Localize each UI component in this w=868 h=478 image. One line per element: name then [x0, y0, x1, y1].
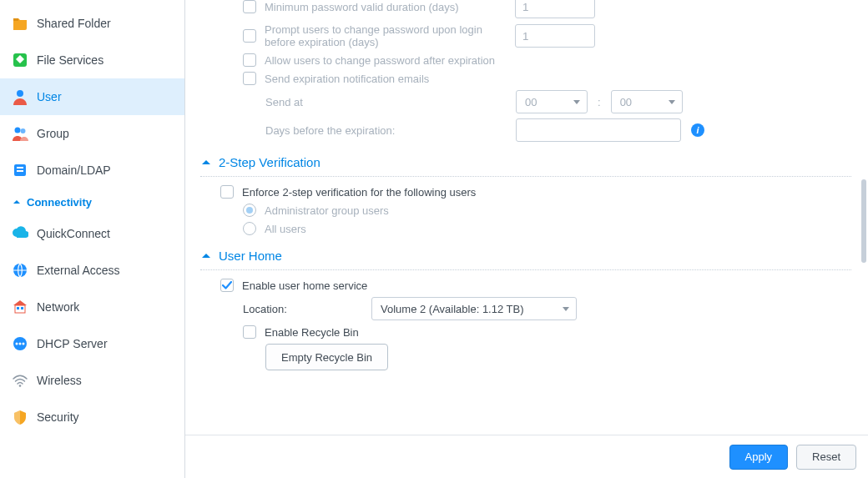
two-step-all-row: All users [243, 222, 851, 235]
chevron-up-icon [200, 250, 212, 262]
min-valid-input[interactable] [515, 0, 595, 18]
quickconnect-icon [12, 225, 28, 242]
chevron-up-icon [200, 157, 212, 169]
svg-point-2 [17, 90, 23, 97]
sidebar-item-label: Domain/LDAP [37, 164, 111, 177]
empty-recycle-button[interactable]: Empty Recycle Bin [265, 344, 388, 370]
send-emails-label: Send expiration notification emails [265, 73, 429, 85]
file-services-icon [12, 52, 28, 68]
sidebar-section-connectivity[interactable]: Connectivity [0, 189, 184, 215]
min-valid-checkbox[interactable] [243, 0, 256, 13]
external-access-icon [12, 262, 28, 279]
chevron-down-icon [563, 307, 569, 311]
svg-point-15 [23, 343, 25, 345]
user-home-title: User Home [219, 249, 282, 263]
svg-rect-9 [15, 305, 25, 313]
two-step-all-radio[interactable] [243, 222, 256, 235]
sidebar-item-shared-folder[interactable]: Shared Folder [0, 5, 184, 42]
enforce-two-step-row: Enforce 2-step verification for the foll… [220, 185, 851, 199]
enable-recycle-label: Enable Recycle Bin [265, 326, 359, 339]
svg-point-13 [16, 343, 18, 345]
apply-button[interactable]: Apply [729, 445, 789, 470]
section-divider [200, 176, 851, 177]
prompt-change-label: Prompt users to change password upon log… [265, 23, 515, 48]
location-label: Location: [243, 303, 371, 315]
user-home-section-header[interactable]: User Home [200, 249, 851, 263]
svg-point-3 [15, 128, 21, 133]
domain-ldap-icon [12, 162, 28, 179]
shared-folder-icon [12, 15, 28, 32]
info-icon[interactable]: i [691, 123, 704, 137]
sidebar: Shared Folder File Services User Group D… [0, 0, 185, 478]
svg-rect-11 [21, 307, 23, 309]
days-before-label: Days before the expiration: [265, 124, 516, 137]
sidebar-item-wireless[interactable]: Wireless [0, 362, 184, 399]
two-step-title: 2-Step Verification [219, 155, 320, 169]
sidebar-section-label: Connectivity [27, 196, 92, 209]
dhcp-server-icon [12, 335, 28, 352]
prompt-change-input[interactable] [515, 24, 595, 48]
svg-point-4 [21, 128, 26, 133]
enable-user-home-checkbox[interactable] [220, 279, 234, 292]
sidebar-item-label: Security [37, 410, 79, 424]
two-step-section-header[interactable]: 2-Step Verification [200, 155, 851, 169]
sidebar-item-dhcp-server[interactable]: DHCP Server [0, 325, 184, 362]
two-step-admin-row: Administrator group users [243, 204, 851, 217]
sidebar-item-external-access[interactable]: External Access [0, 252, 184, 289]
days-before-row: Days before the expiration: i [265, 118, 851, 142]
allow-after-checkbox[interactable] [243, 53, 256, 67]
send-at-hour-dropdown[interactable]: 00 [516, 90, 588, 113]
enforce-two-step-label: Enforce 2-step verification for the foll… [242, 186, 476, 199]
reset-button[interactable]: Reset [796, 445, 856, 470]
sidebar-item-security[interactable]: Security [0, 399, 184, 435]
wireless-icon [12, 372, 28, 389]
svg-point-14 [19, 343, 22, 345]
sidebar-item-domain-ldap[interactable]: Domain/LDAP [0, 152, 184, 189]
sidebar-item-user[interactable]: User [0, 78, 184, 115]
chevron-down-icon [669, 100, 675, 104]
two-step-admin-radio[interactable] [243, 204, 256, 217]
sidebar-item-network[interactable]: Network [0, 289, 184, 325]
send-emails-row: Send expiration notification emails [243, 72, 851, 85]
sidebar-item-label: Wireless [37, 374, 82, 387]
enable-recycle-row: Enable Recycle Bin [243, 325, 851, 339]
svg-rect-10 [17, 307, 19, 309]
location-dropdown[interactable]: Volume 2 (Available: 1.12 TB) [371, 297, 577, 320]
shield-icon [12, 409, 28, 425]
chevron-up-icon [12, 197, 22, 207]
min-valid-label: Minimum password valid duration (days) [265, 1, 515, 13]
send-at-minute-dropdown[interactable]: 00 [611, 90, 683, 113]
settings-scroll-area: Minimum password valid duration (days) P… [185, 0, 868, 435]
send-at-hour-value: 00 [525, 96, 537, 108]
scrollbar-thumb[interactable] [861, 179, 866, 263]
scrollbar-track[interactable] [861, 158, 866, 409]
allow-after-row: Allow users to change password after exp… [243, 53, 851, 67]
enforce-two-step-checkbox[interactable] [220, 185, 234, 199]
main-panel: Minimum password valid duration (days) P… [185, 0, 868, 478]
days-before-input[interactable] [516, 118, 681, 142]
allow-after-label: Allow users to change password after exp… [265, 54, 495, 67]
send-emails-checkbox[interactable] [243, 72, 256, 85]
enable-user-home-label: Enable user home service [242, 279, 367, 292]
two-step-all-label: All users [265, 223, 306, 235]
svg-rect-6 [17, 167, 23, 169]
sidebar-item-file-services[interactable]: File Services [0, 42, 184, 78]
enable-recycle-checkbox[interactable] [243, 325, 256, 339]
send-at-row: Send at 00 : 00 [265, 90, 851, 113]
svg-rect-0 [13, 18, 18, 21]
sidebar-item-label: Shared Folder [37, 17, 111, 30]
sidebar-item-label: External Access [37, 264, 120, 277]
sidebar-item-quickconnect[interactable]: QuickConnect [0, 215, 184, 252]
prompt-change-checkbox[interactable] [243, 29, 256, 43]
time-colon: : [598, 96, 601, 108]
sidebar-item-label: User [37, 90, 62, 103]
svg-point-16 [19, 385, 22, 387]
svg-rect-7 [17, 170, 23, 172]
sidebar-item-label: DHCP Server [37, 337, 108, 350]
prompt-change-row: Prompt users to change password upon log… [243, 23, 851, 48]
footer: Apply Reset [185, 435, 868, 478]
sidebar-item-label: Network [37, 300, 79, 314]
send-at-label: Send at [265, 96, 516, 108]
sidebar-item-group[interactable]: Group [0, 115, 184, 152]
chevron-down-icon [573, 100, 580, 104]
